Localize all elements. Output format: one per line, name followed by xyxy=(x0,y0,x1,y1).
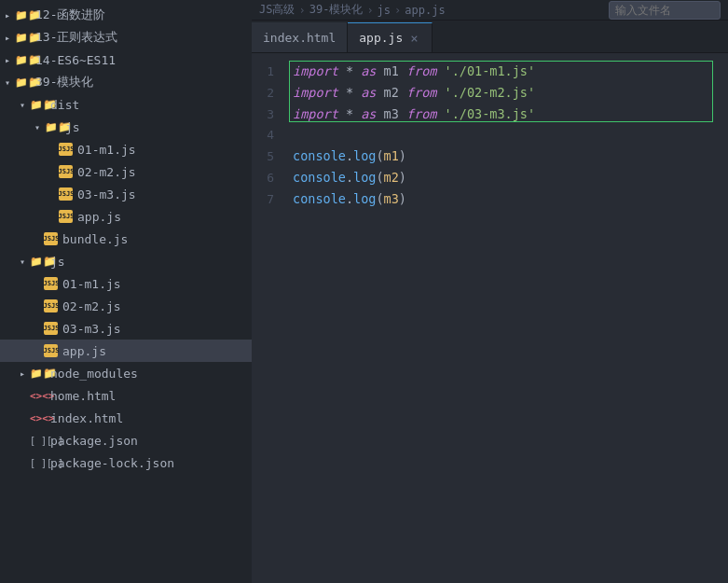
sidebar-item-package-lock-json[interactable]: [ ]package-lock.json xyxy=(0,451,252,474)
tab-index-tab[interactable]: index.html xyxy=(252,22,348,52)
token-paren: ) xyxy=(399,170,406,185)
sidebar-item-14-folder[interactable]: 📁14-ES6~ES11 xyxy=(0,49,252,71)
js-icon-02-m2-dist: JS xyxy=(60,165,73,178)
sidebar-label-js-folder: js xyxy=(50,255,244,269)
token-fn-log: log xyxy=(353,191,376,206)
line-number-3: 3 xyxy=(252,104,289,125)
code-line-1: 1import * as m1 from './01-m1.js' xyxy=(252,61,728,82)
breadcrumb: JS高级 › 39-模块化 › js › app.js xyxy=(252,0,728,21)
token-arg: m1 xyxy=(384,148,399,163)
folder-icon-dist-folder: 📁 xyxy=(30,98,47,111)
tab-close-app-tab[interactable]: × xyxy=(408,30,419,47)
token-fn-log: log xyxy=(353,148,376,163)
sidebar-label-js-folder-dist: js xyxy=(65,120,244,134)
token-paren: . xyxy=(346,148,353,163)
sidebar-label-01-m1-dist: 01-m1.js xyxy=(77,143,244,157)
token-var-name: m3 xyxy=(376,106,406,121)
token-fn-console: console xyxy=(293,148,346,163)
search-input[interactable] xyxy=(609,1,721,20)
token-paren: ( xyxy=(376,148,383,163)
sidebar-item-01-m1[interactable]: JS01-m1.js xyxy=(0,272,252,295)
main-editor: JS高级 › 39-模块化 › js › app.js index.htmlap… xyxy=(252,0,728,583)
sidebar-label-package-json: package.json xyxy=(50,434,244,448)
token-paren: . xyxy=(346,191,353,206)
sidebar-item-dist-folder[interactable]: 📁dist xyxy=(0,93,252,116)
sidebar-label-39-folder: 39-模块化 xyxy=(35,74,244,90)
js-icon-01-m1-dist: JS xyxy=(60,143,73,156)
sidebar-item-index-html[interactable]: <>index.html xyxy=(0,407,252,429)
sidebar-item-node-modules[interactable]: 📁node_modules xyxy=(0,362,252,384)
editor-content[interactable]: 1import * as m1 from './01-m1.js'2import… xyxy=(252,53,728,583)
line-number-5: 5 xyxy=(252,146,289,167)
breadcrumb-part: JS高级 xyxy=(259,2,295,18)
token-arg: m2 xyxy=(384,170,399,185)
tree-arrow-node-modules xyxy=(15,368,30,379)
json-icon-package-json: [ ] xyxy=(30,436,47,446)
sidebar-item-12-folder[interactable]: 📁12-函数进阶 xyxy=(0,4,252,26)
sidebar-item-13-folder[interactable]: 📁13-正则表达式 xyxy=(0,26,252,49)
token-paren: ) xyxy=(399,191,406,206)
code-line-6: 6console.log(m2) xyxy=(252,167,728,188)
sidebar-label-dist-folder: dist xyxy=(50,98,244,112)
code-line-3: 3import * as m3 from './03-m3.js' xyxy=(252,104,728,125)
token-kw-from: from xyxy=(406,63,437,78)
sidebar-label-03-m3: 03-m3.js xyxy=(62,322,244,336)
sidebar-label-app-js: app.js xyxy=(62,344,244,358)
line-content-7: console.log(m3) xyxy=(289,188,728,209)
line-content-5: console.log(m1) xyxy=(289,146,728,166)
sidebar-label-node-modules: node_modules xyxy=(50,367,244,381)
html-icon-index-html: <> xyxy=(30,412,47,424)
sidebar-label-home-html: home.html xyxy=(50,389,244,403)
line-number-7: 7 xyxy=(252,189,289,210)
sidebar-item-js-folder-dist[interactable]: 📁js xyxy=(0,116,252,138)
html-icon-home-html: <> xyxy=(30,390,47,402)
token-kw-import: import xyxy=(293,85,338,100)
code-line-4: 4 xyxy=(252,125,728,146)
tab-label-index-tab: index.html xyxy=(263,31,336,45)
js-icon-02-m2: JS xyxy=(45,299,58,312)
token-paren: ( xyxy=(376,170,383,185)
sidebar-item-03-m3[interactable]: JS03-m3.js xyxy=(0,317,252,340)
sidebar-item-02-m2[interactable]: JS02-m2.js xyxy=(0,295,252,317)
token-paren: ) xyxy=(399,148,406,163)
tree-arrow-12-folder xyxy=(0,10,15,21)
breadcrumb-part: 39-模块化 xyxy=(309,2,364,18)
js-icon-03-m3-dist: JS xyxy=(60,187,73,201)
sidebar-item-home-html[interactable]: <>home.html xyxy=(0,384,252,407)
token-kw-as: as xyxy=(361,106,376,121)
sidebar-item-js-folder[interactable]: 📁js xyxy=(0,250,252,272)
sidebar-item-03-m3-dist[interactable]: JS03-m3.js xyxy=(0,183,252,205)
tree-arrow-39-folder xyxy=(0,77,15,88)
search-bar xyxy=(601,0,728,21)
js-icon-app-js: JS xyxy=(45,344,58,357)
breadcrumb-sep: › xyxy=(298,4,305,17)
sidebar-item-01-m1-dist[interactable]: JS01-m1.js xyxy=(0,138,252,160)
breadcrumb-part: app.js xyxy=(405,4,445,17)
sidebar-item-bundle-dist[interactable]: JSbundle.js xyxy=(0,228,252,250)
breadcrumb-part: js xyxy=(378,4,391,17)
sidebar-label-03-m3-dist: 03-m3.js xyxy=(77,187,244,201)
sidebar-item-package-json[interactable]: [ ]package.json xyxy=(0,429,252,451)
tree-arrow-14-folder xyxy=(0,55,15,65)
sidebar-label-12-folder: 12-函数进阶 xyxy=(35,7,244,23)
tab-label-app-tab: app.js xyxy=(359,31,403,45)
line-content-1: import * as m1 from './01-m1.js' xyxy=(289,61,728,81)
sidebar-label-package-lock-json: package-lock.json xyxy=(50,456,244,470)
sidebar-item-39-folder[interactable]: 📁39-模块化 xyxy=(0,71,252,93)
sidebar-item-02-m2-dist[interactable]: JS02-m2.js xyxy=(0,160,252,183)
token-var-name: m2 xyxy=(376,85,406,100)
token-string-val: './01-m1.js' xyxy=(436,63,535,78)
sidebar-item-app-js[interactable]: JSapp.js xyxy=(0,340,252,362)
sidebar-label-13-folder: 13-正则表达式 xyxy=(35,29,244,46)
js-icon-app-dist: JS xyxy=(60,210,73,223)
token-kw-import: import xyxy=(293,106,338,121)
line-content-3: import * as m3 from './03-m3.js' xyxy=(289,104,728,124)
sidebar-item-app-dist[interactable]: JSapp.js xyxy=(0,205,252,228)
token-kw-star: * xyxy=(338,85,361,100)
folder-icon-node-modules: 📁 xyxy=(30,367,47,380)
tab-app-tab[interactable]: app.js× xyxy=(348,22,432,52)
folder-icon-13-folder: 📁 xyxy=(15,31,32,44)
tree-arrow-13-folder xyxy=(0,33,15,43)
token-string-val: './03-m3.js' xyxy=(436,106,535,121)
tab-bar: index.htmlapp.js× xyxy=(252,21,728,53)
